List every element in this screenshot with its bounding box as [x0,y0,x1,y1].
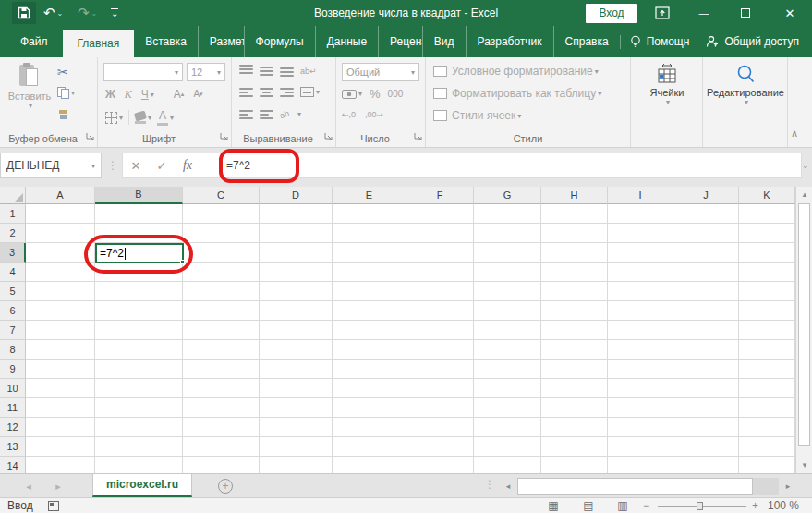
select-all-corner[interactable] [0,187,26,204]
formula-input-value[interactable]: =7^2 [226,159,250,172]
comma-style-button[interactable]: 000 [388,89,404,99]
expand-formula-bar-icon[interactable]: ⌄ [802,161,809,170]
cell-B5[interactable] [95,282,183,301]
cell-A14[interactable] [26,457,95,473]
row-header-10[interactable]: 10 [0,379,26,398]
cell-G12[interactable] [474,418,541,437]
normal-view-button[interactable]: ▦ [543,498,564,513]
cell-E1[interactable] [333,204,406,224]
cell-A8[interactable] [26,340,95,360]
cell-D5[interactable] [260,282,333,301]
cell-H2[interactable] [541,224,608,243]
tab-home[interactable]: Главная [63,30,135,57]
column-header-G[interactable]: G [474,187,541,204]
number-format-select[interactable]: Общий ▾ [342,63,419,81]
cell-J5[interactable] [673,282,739,301]
row-header-7[interactable]: 7 [0,321,26,340]
row-header-8[interactable]: 8 [0,340,26,360]
insert-function-button[interactable]: fx [175,158,200,173]
row-header-4[interactable]: 4 [0,263,26,282]
page-break-view-button[interactable]: ▥ [612,498,633,513]
cell-I2[interactable] [608,224,673,243]
tab-review[interactable]: Рецензировани [378,26,422,57]
ribbon-display-options-button[interactable] [647,0,678,26]
cell-G7[interactable] [474,321,541,340]
tab-scroll-splitter[interactable]: ⋮ [484,478,495,491]
cell-E7[interactable] [333,321,406,340]
cell-B7[interactable] [95,321,183,340]
tab-insert[interactable]: Вставка [134,26,198,57]
zoom-level[interactable]: 100 % [768,499,799,512]
row-header-9[interactable]: 9 [0,360,26,379]
cut-button[interactable]: ✂ [57,65,68,79]
cell-A1[interactable] [26,204,95,224]
cell-G13[interactable] [474,437,541,457]
cell-D11[interactable] [260,398,333,418]
close-button[interactable]: ✕ [774,0,806,26]
cell-J11[interactable] [673,398,739,418]
column-header-I[interactable]: I [608,187,673,204]
cell-G9[interactable] [474,360,541,379]
increase-indent-button[interactable] [260,108,273,120]
cell-I4[interactable] [608,263,673,282]
cell-K9[interactable] [739,360,795,379]
cell-E3[interactable] [333,243,406,263]
fill-handle[interactable] [180,260,185,264]
cells-button[interactable]: Ячейки ▾ [631,63,703,106]
horizontal-scroll-thumb[interactable] [517,478,753,495]
column-header-H[interactable]: H [541,187,608,204]
cell-E13[interactable] [333,437,406,457]
cell-F4[interactable] [406,263,474,282]
scroll-up-icon[interactable]: ▴ [797,188,812,202]
cell-F13[interactable] [406,437,474,457]
column-header-A[interactable]: A [26,187,95,204]
cell-E2[interactable] [333,224,406,243]
number-dialog-launcher-icon[interactable] [414,130,422,143]
decrease-font-button[interactable]: А ▾ [193,90,202,99]
cell-K8[interactable] [739,340,795,360]
cell-C10[interactable] [183,379,260,398]
cell-G6[interactable] [474,301,541,321]
cell-F3[interactable] [406,243,474,263]
align-bottom-button[interactable] [280,65,294,77]
cell-E6[interactable] [333,301,406,321]
cell-D1[interactable] [260,204,333,224]
zoom-out-button[interactable]: − [643,498,649,513]
cell-B13[interactable] [95,437,183,457]
cell-I12[interactable] [608,418,673,437]
row-header-11[interactable]: 11 [0,398,26,418]
vertical-scrollbar[interactable]: ▴ ▾ [795,187,812,473]
cell-K1[interactable] [739,204,795,224]
cell-K6[interactable] [739,301,795,321]
cell-K3[interactable] [739,243,795,263]
column-header-B[interactable]: B [95,187,183,204]
cell-E5[interactable] [333,282,406,301]
cell-G5[interactable] [474,282,541,301]
cell-C7[interactable] [183,321,260,340]
cell-D8[interactable] [260,340,333,360]
cell-K13[interactable] [739,437,795,457]
cell-C9[interactable] [183,360,260,379]
cell-J9[interactable] [673,360,739,379]
cell-F7[interactable] [406,321,474,340]
cell-F14[interactable] [406,457,474,473]
sheet-nav-right-icon[interactable]: ▸ [46,474,70,498]
font-size-select[interactable]: 12 ▾ [187,63,225,81]
row-header-12[interactable]: 12 [0,418,26,437]
cell-I11[interactable] [608,398,673,418]
cell-H7[interactable] [541,321,608,340]
cell-H14[interactable] [541,457,608,473]
cell-I14[interactable] [608,457,673,473]
cell-J8[interactable] [673,340,739,360]
sign-in-button[interactable]: Вход [586,4,637,23]
cell-B9[interactable] [95,360,183,379]
cell-K10[interactable] [739,379,795,398]
align-left-button[interactable] [239,86,253,98]
cell-F6[interactable] [406,301,474,321]
row-header-14[interactable]: 14 [0,457,26,473]
cell-E8[interactable] [333,340,406,360]
align-right-button[interactable] [280,86,294,98]
cell-G10[interactable] [474,379,541,398]
cell-I6[interactable] [608,301,673,321]
cell-I3[interactable] [608,243,673,263]
